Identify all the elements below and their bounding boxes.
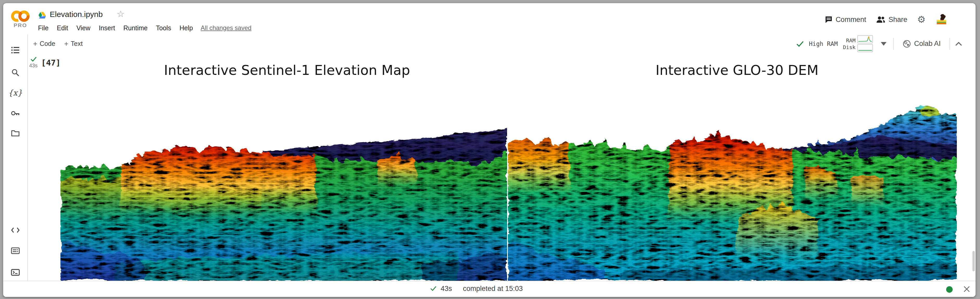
- menubar: File Edit View Insert Runtime Tools Help…: [38, 24, 251, 32]
- code-snippets-icon[interactable]: [11, 227, 20, 233]
- resources-dropdown-icon[interactable]: [881, 42, 886, 46]
- resource-monitor[interactable]: [858, 35, 873, 52]
- notebook-title[interactable]: Elevation.ipynb: [50, 10, 103, 19]
- pro-badge: PRO: [11, 22, 30, 29]
- drive-icon: [38, 12, 47, 20]
- ram-sparkline: [858, 35, 873, 43]
- figure-title-sentinel1: Interactive Sentinel-1 Elevation Map: [164, 63, 410, 77]
- avatar[interactable]: [935, 14, 947, 26]
- resource-labels: RAM Disk: [843, 37, 856, 50]
- autosave-status[interactable]: All changes saved: [201, 24, 251, 32]
- execution-count[interactable]: [47]: [41, 58, 61, 67]
- command-palette-icon[interactable]: [11, 247, 20, 254]
- comment-button[interactable]: Comment: [825, 16, 866, 24]
- colab-ai-icon: [903, 40, 911, 48]
- secrets-key-icon[interactable]: [11, 110, 20, 116]
- status-check-icon: [430, 286, 436, 291]
- colab-logo-icon[interactable]: [11, 9, 30, 23]
- colab-window: PRO Elevation.ipynb ☆ File Edit View Ins…: [3, 3, 975, 297]
- search-icon[interactable]: [11, 69, 19, 77]
- close-icon[interactable]: [963, 285, 970, 293]
- cell-duration: 43s: [29, 62, 38, 69]
- divider: [893, 38, 894, 50]
- menu-edit[interactable]: Edit: [52, 24, 72, 32]
- add-code-label: Code: [40, 40, 55, 48]
- scrollbar-thumb[interactable]: [972, 251, 975, 271]
- menu-file[interactable]: File: [38, 24, 52, 32]
- divider: [950, 38, 950, 50]
- disk-sparkline: [858, 44, 873, 52]
- figure-title-glo30: Interactive GLO-30 DEM: [655, 63, 819, 77]
- comment-icon: [825, 16, 833, 24]
- connected-check-icon: [796, 40, 804, 47]
- colab-ai-button[interactable]: Colab AI: [903, 40, 941, 48]
- share-button[interactable]: Share: [876, 16, 907, 24]
- ram-label: RAM: [846, 37, 856, 43]
- menu-insert[interactable]: Insert: [94, 24, 119, 32]
- kernel-status-dot: [946, 286, 953, 293]
- cell-success-check-icon: [30, 56, 37, 62]
- people-icon: [876, 16, 886, 23]
- menu-help[interactable]: Help: [175, 24, 197, 32]
- plus-icon: +: [64, 40, 68, 48]
- elevation-plot-glo30[interactable]: [508, 104, 957, 281]
- settings-gear-icon[interactable]: ⚙: [917, 15, 926, 24]
- table-of-contents-icon[interactable]: [11, 46, 19, 54]
- add-text-label: Text: [71, 40, 83, 48]
- add-code-button[interactable]: + Code: [33, 40, 55, 48]
- high-ram-label: High RAM: [809, 40, 838, 47]
- add-text-button[interactable]: + Text: [64, 40, 83, 48]
- star-icon[interactable]: ☆: [117, 10, 124, 18]
- variables-icon[interactable]: {x}: [8, 88, 22, 98]
- elevation-plot-sentinel1[interactable]: [60, 123, 507, 281]
- files-folder-icon[interactable]: [11, 130, 19, 136]
- menu-view[interactable]: View: [72, 24, 94, 32]
- share-label: Share: [889, 16, 907, 24]
- cell-toolbar: + Code + Text High RAM RAM Disk: [27, 34, 975, 54]
- header-actions: Comment Share ⚙: [825, 14, 947, 26]
- terminal-icon[interactable]: [11, 269, 20, 276]
- disk-label: Disk: [843, 44, 856, 50]
- comment-label: Comment: [836, 16, 866, 24]
- colab-ai-label: Colab AI: [914, 40, 941, 48]
- execution-status-bar: 43s completed at 15:03: [3, 281, 975, 297]
- status-message: completed at 15:03: [463, 285, 523, 293]
- status-duration: 43s: [441, 285, 452, 293]
- plus-icon: +: [33, 40, 37, 48]
- menu-runtime[interactable]: Runtime: [119, 24, 152, 32]
- collapse-chevron-icon[interactable]: [955, 42, 963, 46]
- menu-tools[interactable]: Tools: [152, 24, 175, 32]
- left-sidebar: {x}: [3, 34, 28, 281]
